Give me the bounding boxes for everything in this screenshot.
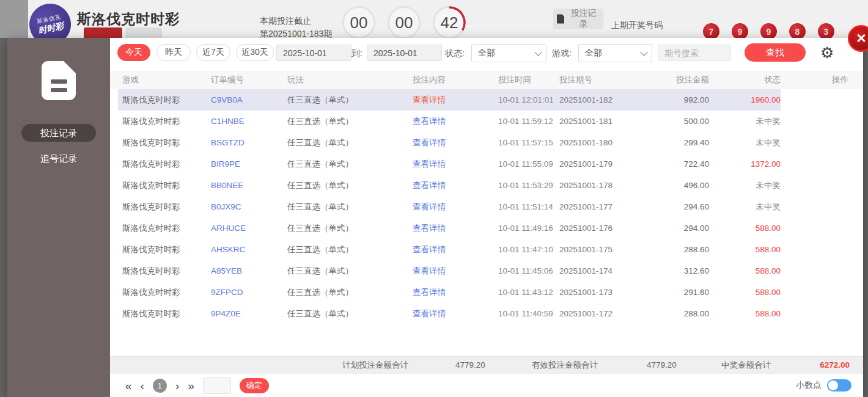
view-details-link[interactable]: 查看详情: [413, 175, 498, 196]
win-total-value: 6272.00: [820, 357, 850, 374]
cell-play: 任三直选（单式）: [287, 196, 413, 217]
cell-action: [781, 282, 848, 303]
range-today-button[interactable]: 今天: [117, 44, 150, 61]
prev-page-button[interactable]: ‹: [141, 380, 144, 392]
cell-play: 任三直选（单式）: [287, 217, 413, 239]
view-details-link[interactable]: 查看详情: [413, 132, 498, 153]
gear-icon[interactable]: ⚙: [820, 43, 834, 62]
cell-action: [781, 239, 848, 260]
order-link[interactable]: C1HNBE: [211, 111, 287, 132]
cell-period: 20251001-182: [559, 89, 639, 111]
cell-time: 10-01 11:43:12: [498, 282, 559, 303]
modal-sidebar: 投注记录 追号记录: [7, 38, 110, 397]
cell-time: 10-01 11:57:15: [498, 132, 559, 153]
table-row: 斯洛伐克时时彩 BIR9PE 任三直选（单式） 查看详情 10-01 11:55…: [110, 153, 863, 175]
cell-time: 10-01 11:40:59: [498, 303, 559, 324]
order-link[interactable]: A85YEB: [211, 260, 287, 282]
period-search-input[interactable]: [658, 45, 731, 61]
sidebar-item-chase-records[interactable]: 追号记录: [21, 150, 96, 167]
order-link[interactable]: B0JX9C: [211, 196, 287, 217]
cell-time: 10-01 11:55:09: [498, 153, 559, 175]
cell-play: 任三直选（单式）: [287, 282, 413, 303]
range-30days-button[interactable]: 近30天: [236, 44, 274, 61]
view-details-link[interactable]: 查看详情: [413, 89, 498, 111]
decimal-toggle[interactable]: [827, 379, 851, 392]
cell-status: 588.00: [709, 239, 781, 260]
view-details-link[interactable]: 查看详情: [413, 153, 498, 175]
range-yesterday-button[interactable]: 昨天: [156, 44, 191, 61]
date-from-input[interactable]: [276, 45, 351, 61]
first-page-button[interactable]: «: [125, 380, 132, 392]
cell-period: 20251001-180: [559, 132, 639, 153]
cell-amount: 288.60: [639, 239, 709, 260]
cell-amount: 496.00: [639, 175, 709, 196]
order-link[interactable]: BSGTZD: [211, 132, 287, 153]
draw-ball: 9: [732, 23, 748, 40]
cell-period: 20251001-181: [559, 111, 639, 132]
cell-status: 1372.00: [709, 153, 781, 175]
view-details-link[interactable]: 查看详情: [413, 260, 498, 282]
cell-play: 任三直选（单式）: [287, 303, 413, 324]
plan-total-value: 4779.20: [455, 357, 485, 374]
cell-action: [781, 111, 848, 132]
order-link[interactable]: 9ZFPCD: [211, 282, 287, 303]
order-link[interactable]: BIR9PE: [211, 153, 287, 175]
draw-ball: 7: [703, 23, 719, 40]
cell-status: 588.00: [709, 217, 781, 239]
cell-period: 20251001-178: [559, 175, 639, 196]
cell-time: 10-01 11:45:06: [498, 260, 559, 282]
countdown-seconds: 42: [433, 6, 466, 39]
table-header-row: 游戏 订单编号 玩法 投注内容 投注时间 投注期号 投注金额 状态 操作: [110, 71, 863, 89]
cell-play: 任三直选（单式）: [287, 132, 413, 153]
view-details-link[interactable]: 查看详情: [413, 111, 498, 132]
table-row: 斯洛伐克时时彩 C1HNBE 任三直选（单式） 查看详情 10-01 11:59…: [110, 111, 863, 132]
cell-period: 20251001-173: [559, 282, 639, 303]
confirm-button[interactable]: 确定: [240, 378, 269, 393]
draw-ball: 3: [818, 23, 834, 40]
corner-dim: [0, 0, 28, 38]
next-page-button[interactable]: ›: [175, 380, 179, 392]
view-details-link[interactable]: 查看详情: [413, 196, 498, 217]
deadline-block: 本期投注截止 第20251001-183期: [260, 15, 332, 40]
view-details-link[interactable]: 查看详情: [413, 303, 498, 324]
date-to-input[interactable]: [367, 45, 442, 61]
search-button[interactable]: 查找: [745, 43, 806, 62]
cell-game: 斯洛伐克时时彩: [122, 239, 211, 260]
filter-bar: 今天 昨天 近7天 近30天 到: 状态: 全部 游戏: 全部 查找: [110, 38, 863, 71]
current-page-button[interactable]: 1: [153, 379, 167, 393]
range-7days-button[interactable]: 近7天: [196, 44, 230, 61]
sidebar-item-bet-records[interactable]: 投注记录: [21, 124, 96, 142]
draw-ball: 9: [760, 23, 777, 40]
table-row: 斯洛伐克时时彩 A85YEB 任三直选（单式） 查看详情 10-01 11:45…: [110, 260, 863, 282]
order-link[interactable]: C9VB0A: [211, 89, 287, 111]
cell-amount: 288.00: [639, 303, 709, 324]
order-link[interactable]: BB0NEE: [211, 175, 287, 196]
page-title: 斯洛伐克时时彩: [77, 10, 180, 29]
win-total-label: 中奖金额合计: [721, 357, 771, 374]
cell-game: 斯洛伐克时时彩: [122, 111, 211, 132]
cell-game: 斯洛伐克时时彩: [122, 132, 211, 153]
bet-records-button[interactable]: 投注记录: [553, 9, 603, 29]
cell-game: 斯洛伐克时时彩: [122, 303, 211, 324]
view-details-link[interactable]: 查看详情: [413, 217, 498, 239]
cell-time: 10-01 11:49:16: [498, 217, 559, 239]
to-label: 到:: [351, 48, 362, 59]
view-details-link[interactable]: 查看详情: [413, 239, 498, 260]
countdown-progress-arc: [433, 6, 466, 39]
table-row: 斯洛伐克时时彩 B0JX9C 任三直选（单式） 查看详情 10-01 11:51…: [110, 196, 863, 217]
last-page-button[interactable]: »: [188, 380, 194, 392]
order-link[interactable]: 9P4Z0E: [211, 303, 287, 324]
cell-action: [781, 260, 848, 282]
document-icon: [557, 14, 564, 24]
status-select[interactable]: 全部: [471, 44, 546, 62]
last-draw-label: 上期开奖号码: [611, 20, 663, 31]
order-link[interactable]: ARHUCE: [211, 217, 287, 239]
bet-records-modal: 投注记录 追号记录 今天 昨天 近7天 近30天 到: 状态: 全部 游戏:: [7, 38, 863, 397]
game-select[interactable]: 全部: [578, 44, 652, 62]
cell-amount: 312.60: [639, 260, 709, 282]
order-link[interactable]: AHSKRC: [211, 239, 287, 260]
view-details-link[interactable]: 查看详情: [413, 282, 498, 303]
cell-action: [781, 132, 848, 153]
cell-period: 20251001-176: [559, 217, 639, 239]
page-jump-input[interactable]: [203, 377, 231, 394]
